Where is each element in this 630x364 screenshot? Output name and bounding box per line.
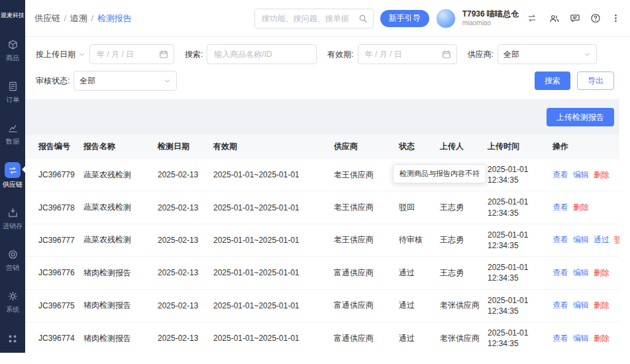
sidebar-item-进销存[interactable]: 进销存 xyxy=(0,204,25,232)
chevron-down-icon xyxy=(78,51,85,58)
date-type-dropdown[interactable]: 按上传日期 xyxy=(36,49,85,60)
validity-date-input[interactable] xyxy=(364,49,439,60)
action-编辑[interactable]: 编辑 xyxy=(573,300,589,310)
sidebar-item-供应链[interactable]: 供应链 xyxy=(0,161,25,191)
upload-date-input[interactable] xyxy=(95,49,156,60)
cell-status: 通过 xyxy=(394,289,435,322)
search-icon[interactable] xyxy=(358,14,368,23)
sidebar-item-系统[interactable]: 系统 xyxy=(0,287,25,316)
column-header: 报告编号 xyxy=(25,134,78,159)
column-header: 上传人 xyxy=(435,134,482,159)
sidebar-item-label: 订单 xyxy=(6,95,19,105)
action-查看[interactable]: 查看 xyxy=(552,170,568,179)
sidebar-item-商品[interactable]: 商品 xyxy=(0,36,25,64)
filter-bar: 按上传日期 搜索: 有效期: 供应商: 全部 xyxy=(25,37,630,99)
help-icon[interactable] xyxy=(590,13,601,23)
header-icons xyxy=(549,13,621,23)
store-name: T7936 喵喵总仓 xyxy=(462,9,519,19)
upload-date-field xyxy=(89,44,174,64)
inventory-icon xyxy=(5,205,20,220)
swap-store-icon[interactable] xyxy=(527,14,537,23)
cell-actions: 查看编辑删除 xyxy=(547,257,630,289)
filter-row-1: 按上传日期 搜索: 有效期: 供应商: 全部 xyxy=(36,44,619,64)
supplier-label: 供应商: xyxy=(468,49,494,60)
supply-chain-icon xyxy=(5,162,21,178)
scrollbar-track[interactable] xyxy=(619,37,630,353)
sidebar-item-订单[interactable]: 订单 xyxy=(0,77,25,106)
action-删除[interactable]: 删除 xyxy=(594,334,609,343)
cell-supplier: 老王供应商 xyxy=(329,191,394,224)
product-search-field xyxy=(207,44,317,64)
table-row: JC396779蔬菜农残检测2025-02-132025-01-01~2025-… xyxy=(25,159,630,191)
cell-test-date: 2025-02-13 xyxy=(152,289,208,322)
cell-upload-time: 2025-01-0112:34:35 xyxy=(482,289,547,322)
table-row: JC396775猪肉检测报告2025-02-132025-01-01~2025-… xyxy=(25,289,630,322)
calendar-icon[interactable] xyxy=(442,50,451,59)
store-account: miaomiao xyxy=(462,19,519,28)
sidebar-item-label: 数据 xyxy=(6,137,19,146)
breadcrumb-separator: / xyxy=(89,13,96,23)
calendar-icon[interactable] xyxy=(159,50,168,59)
report-table-card: 报告编号报告名称检测日期有效期供应商状态上传人上传时间操作 JC396779蔬菜… xyxy=(25,134,630,353)
export-button[interactable]: 导出 xyxy=(577,71,614,90)
action-查看[interactable]: 查看 xyxy=(552,235,568,244)
system-gear-icon xyxy=(5,289,20,303)
cell-test-date: 2025-02-13 xyxy=(152,322,208,353)
action-删除[interactable]: 删除 xyxy=(594,268,609,277)
action-编辑[interactable]: 编辑 xyxy=(573,268,589,277)
filter-row-2: 审核状态: 全部 搜索 导出 xyxy=(36,71,619,91)
breadcrumb-item[interactable]: 追溯 xyxy=(70,13,87,23)
sidebar-item-营销[interactable]: 营销 xyxy=(0,246,25,274)
cell-report-name: 猪肉检测报告 xyxy=(78,289,152,322)
action-删除[interactable]: 删除 xyxy=(594,170,609,179)
action-查看[interactable]: 查看 xyxy=(552,268,568,277)
message-icon[interactable] xyxy=(570,13,580,23)
cell-report-name: 猪肉检测报告 xyxy=(78,257,152,289)
breadcrumb-item[interactable]: 供应链 xyxy=(34,13,60,23)
audit-status-value: 全部 xyxy=(79,75,95,87)
action-编辑[interactable]: 编辑 xyxy=(573,235,589,244)
global-search-input[interactable] xyxy=(260,13,354,24)
cell-supplier: 富通供应商 xyxy=(329,322,394,353)
cell-uploader: 王志勇 xyxy=(435,257,482,289)
cell-status: 驳回 xyxy=(394,191,435,224)
action-删除[interactable]: 删除 xyxy=(594,300,609,310)
users-icon[interactable] xyxy=(549,14,560,23)
data-chart-icon xyxy=(5,120,20,135)
sidebar-item-数据[interactable]: 数据 xyxy=(0,119,25,148)
cell-supplier: 富通供应商 xyxy=(329,257,394,289)
action-编辑[interactable]: 编辑 xyxy=(573,170,589,179)
action-查看[interactable]: 查看 xyxy=(552,300,568,310)
cell-actions: 查看编辑删除 xyxy=(547,159,630,191)
cell-uploader: 王志勇 xyxy=(435,191,482,224)
action-通过[interactable]: 通过 xyxy=(594,235,609,244)
main-area: 供应链 / 追溯 / 检测报告 新手引导 T7936 喵喵总仓 miaomiao xyxy=(25,0,630,353)
store-switcher[interactable]: T7936 喵喵总仓 miaomiao xyxy=(462,9,519,28)
cell-report-name: 蔬菜农残检测 xyxy=(78,191,152,224)
newbie-guide-button[interactable]: 新手引导 xyxy=(380,10,429,27)
upload-report-button[interactable]: 上传检测报告 xyxy=(547,108,614,126)
supplier-select[interactable]: 全部 xyxy=(498,44,597,64)
action-查看[interactable]: 查看 xyxy=(552,203,568,212)
search-button[interactable]: 搜索 xyxy=(535,71,570,90)
apps-grid-icon[interactable] xyxy=(0,333,25,345)
table-row: JC396777蔬菜农残检测2025-02-132025-01-01~2025-… xyxy=(25,224,630,256)
chevron-down-icon xyxy=(164,77,171,85)
column-header: 供应商 xyxy=(329,134,394,159)
cell-validity: 2025-01-01~2025-01-01 xyxy=(208,191,329,224)
cell-test-date: 2025-02-13 xyxy=(152,224,208,256)
action-编辑[interactable]: 编辑 xyxy=(573,334,589,343)
avatar[interactable] xyxy=(436,9,456,28)
cell-uploader: 老张供应商 xyxy=(435,322,482,353)
action-查看[interactable]: 查看 xyxy=(552,334,568,343)
cell-upload-time: 2025-01-0112:34:35 xyxy=(482,257,547,289)
audit-status-select[interactable]: 全部 xyxy=(74,71,177,91)
sidebar-nav: 商品订单数据供应链进销存营销系统 xyxy=(0,36,25,316)
cell-validity: 2025-01-01~2025-01-01 xyxy=(208,159,329,191)
cell-actions: 查看编辑通过驳回 xyxy=(547,224,630,256)
product-search-input[interactable] xyxy=(213,49,311,60)
cell-report-name: 蔬菜农残检测 xyxy=(78,159,152,191)
breadcrumb-item[interactable]: 检测报告 xyxy=(97,13,132,23)
action-删除[interactable]: 删除 xyxy=(573,203,589,212)
more-icon[interactable] xyxy=(611,13,621,23)
